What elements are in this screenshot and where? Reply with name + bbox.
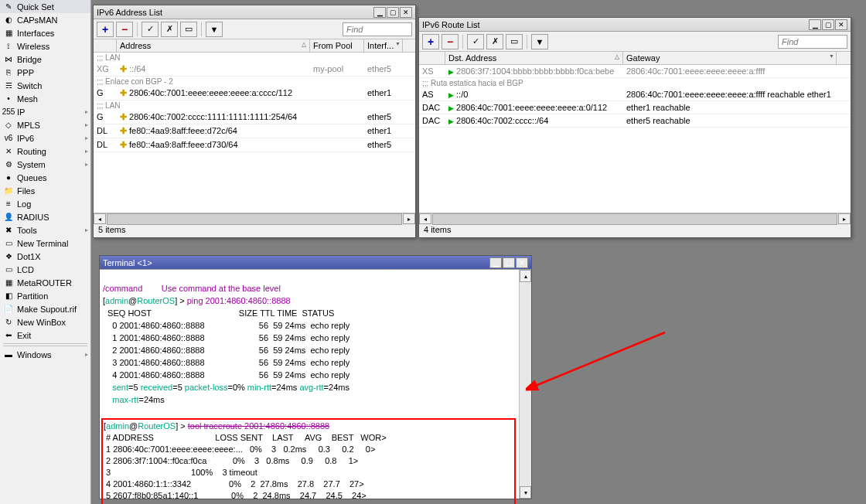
table-row[interactable]: DL✚ fe80::4aa9:8aff:feee:d72c/64ether1: [94, 124, 415, 138]
close-button[interactable]: ✕: [400, 7, 412, 18]
sidebar-item[interactable]: 👤RADIUS: [0, 210, 90, 223]
table-row[interactable]: DL✚ fe80::4aa9:8aff:feee:d730/64ether5: [94, 138, 415, 152]
sidebar-item[interactable]: 255IP▸: [0, 105, 90, 118]
sidebar-item[interactable]: ☴Switch: [0, 79, 90, 92]
scrollbar[interactable]: ▴▾: [519, 270, 531, 499]
scroll-up[interactable]: ▴: [520, 270, 531, 282]
sidebar-item-label: LCD: [17, 265, 34, 274]
window-titlebar[interactable]: IPv6 Route List ▁▢✕: [419, 18, 851, 32]
close-button[interactable]: ✕: [835, 19, 847, 30]
grid-header: Dst. Address△ Gateway▼: [419, 52, 851, 65]
table-row[interactable]: G✚ 2806:40c:7001:eeee:eeee:eeee:a:cccc/1…: [94, 87, 415, 100]
menu-icon: ⚙: [3, 159, 14, 170]
filter-button[interactable]: ▼: [531, 34, 548, 49]
row-comment: ;;; LAN: [94, 53, 415, 63]
window-title: IPv6 Route List: [422, 20, 480, 29]
sidebar-item[interactable]: ⎘PPP: [0, 66, 90, 79]
window-titlebar[interactable]: IPv6 Address List ▁▢✕: [94, 5, 415, 19]
col-pool[interactable]: From Pool: [310, 39, 364, 52]
scroll-left[interactable]: ◂: [419, 213, 431, 224]
sidebar-item[interactable]: ⚙System▸: [0, 158, 90, 171]
minimize-button[interactable]: ▁: [373, 7, 386, 18]
col-flag[interactable]: [419, 52, 445, 64]
terminal-output[interactable]: /command Use command at the base level […: [100, 270, 531, 504]
sidebar-item[interactable]: •Mesh: [0, 92, 90, 105]
sidebar-item-label: IP: [17, 107, 25, 117]
annotation-arrow: [526, 325, 680, 402]
col-address[interactable]: Address△: [117, 39, 310, 52]
scroll-right[interactable]: ▸: [838, 213, 851, 224]
sidebar-item[interactable]: ▭LCD: [0, 263, 90, 276]
sidebar-item[interactable]: ✎Quick Set: [0, 0, 90, 13]
address-grid: Address△ From Pool Interf...▼ ;;; LANXG✚…: [94, 39, 415, 223]
filter-button[interactable]: ▼: [206, 22, 223, 37]
menu-icon: ▦: [3, 278, 14, 288]
sidebar-item[interactable]: ▦MetaROUTER: [0, 276, 90, 289]
scroll-thumb[interactable]: [432, 213, 837, 225]
maximize-button[interactable]: ▢: [503, 257, 515, 268]
sidebar-item[interactable]: ◐CAPsMAN: [0, 13, 90, 26]
menu-icon: ≡: [3, 199, 14, 209]
enable-button[interactable]: ✓: [141, 22, 159, 37]
chevron-icon: ▸: [85, 351, 88, 358]
sidebar-item[interactable]: 📄Make Supout.rif: [0, 302, 90, 315]
sidebar-item[interactable]: ◇MPLS▸: [0, 118, 90, 131]
sidebar-item[interactable]: 📁Files: [0, 184, 90, 197]
sidebar-item[interactable]: v6IPv6▸: [0, 131, 90, 145]
table-row[interactable]: XG✚ ::/64my-poolether5: [94, 63, 415, 77]
sidebar-item-label: Exit: [17, 331, 31, 340]
sidebar-item-label: MPLS: [17, 121, 40, 130]
table-row[interactable]: XS▶ 2806:3f7:1004:bbbb:bbbb:bbbb:f0ca:be…: [419, 65, 851, 78]
sidebar-item-label: Windows: [17, 350, 52, 359]
enable-button[interactable]: ✓: [467, 34, 484, 49]
add-button[interactable]: +: [97, 22, 114, 37]
disable-button[interactable]: ✗: [486, 34, 503, 49]
remove-button[interactable]: −: [442, 34, 459, 49]
sidebar-item[interactable]: ✕Routing▸: [0, 145, 90, 158]
sidebar-item-label: Interfaces: [17, 29, 54, 38]
sidebar-item[interactable]: ●Queues: [0, 171, 90, 184]
col-gw[interactable]: Gateway▼: [623, 52, 837, 64]
sidebar-item[interactable]: ◧Partition: [0, 289, 90, 302]
chevron-icon: ▸: [85, 226, 88, 233]
comment-button[interactable]: ▭: [180, 22, 197, 37]
scroll-right[interactable]: ▸: [403, 213, 415, 224]
sidebar-item[interactable]: ✖Tools▸: [0, 223, 90, 237]
table-row[interactable]: AS▶ ::/02806:40c:7001:eeee:eeee:eeee:a:f…: [419, 88, 851, 101]
disable-button[interactable]: ✗: [161, 22, 178, 37]
sidebar-item-label: New Terminal: [17, 239, 68, 248]
maximize-button[interactable]: ▢: [387, 7, 399, 18]
sidebar-item[interactable]: ▦Interfaces: [0, 26, 90, 39]
sidebar-item[interactable]: ⋈Bridge: [0, 53, 90, 66]
maximize-button[interactable]: ▢: [822, 19, 834, 30]
sidebar-item[interactable]: ⟟Wireless: [0, 39, 90, 53]
remove-button[interactable]: −: [116, 22, 133, 37]
window-titlebar[interactable]: Terminal <1> ▁▢✕: [100, 256, 531, 270]
table-row[interactable]: DAC▶ 2806:40c:7002:cccc::/64ether5 reach…: [419, 114, 851, 128]
minimize-button[interactable]: ▁: [809, 19, 821, 30]
table-row[interactable]: G✚ 2806:40c:7002:cccc:1111:1111:1111:254…: [94, 111, 415, 124]
menu-icon: ▭: [3, 238, 14, 249]
chevron-icon: ▸: [85, 161, 88, 168]
minimize-button[interactable]: ▁: [489, 257, 502, 268]
menu-icon: ✕: [3, 146, 14, 157]
close-button[interactable]: ✕: [516, 257, 528, 268]
col-dst[interactable]: Dst. Address△: [445, 52, 623, 64]
col-iface[interactable]: Interf...▼: [364, 39, 403, 52]
sidebar-item[interactable]: ↻New WinBox: [0, 315, 90, 329]
add-button[interactable]: +: [422, 34, 439, 49]
sidebar-item[interactable]: ❖Dot1X: [0, 250, 90, 263]
sidebar-item-windows[interactable]: ▬Windows▸: [0, 348, 90, 361]
col-flag[interactable]: [94, 39, 117, 52]
table-row[interactable]: DAC▶ 2806:40c:7001:eeee:eeee:eeee:a:0/11…: [419, 101, 851, 114]
sidebar-item-label: Routing: [17, 147, 46, 156]
scroll-thumb[interactable]: [107, 213, 402, 225]
scroll-left[interactable]: ◂: [94, 213, 106, 224]
find-input[interactable]: [778, 35, 847, 49]
sidebar-item[interactable]: ▭New Terminal: [0, 237, 90, 250]
sidebar-item[interactable]: ⬅Exit: [0, 329, 90, 342]
comment-button[interactable]: ▭: [506, 34, 523, 49]
sidebar-item[interactable]: ≡Log: [0, 197, 90, 210]
scroll-down[interactable]: ▾: [520, 486, 531, 499]
find-input[interactable]: [343, 22, 412, 36]
